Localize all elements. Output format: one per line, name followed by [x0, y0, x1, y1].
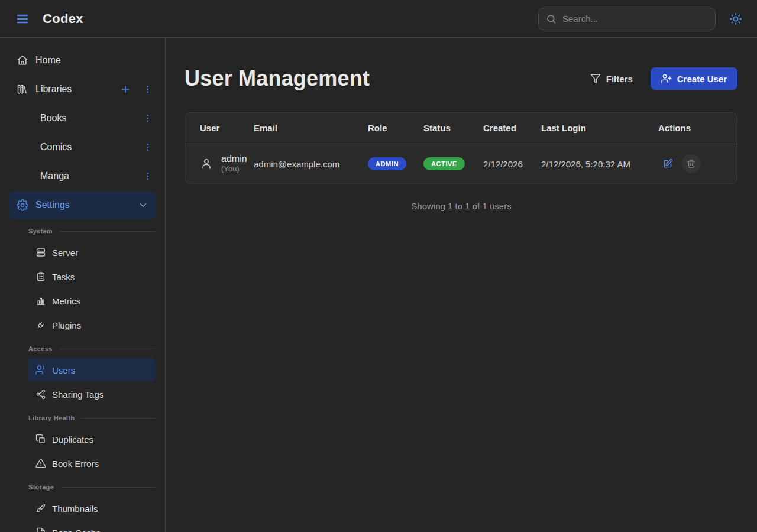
theme-toggle-button[interactable] [724, 7, 748, 31]
sidebar-item-server[interactable]: Server [28, 241, 156, 264]
sidebar-section-system: System Server Tasks Metrics Plugins [0, 226, 165, 337]
sidebar: Home Libraries Books Comics [0, 38, 166, 532]
section-label: Storage [28, 482, 156, 492]
add-library-button[interactable] [118, 82, 133, 97]
top-bar: Codex [0, 0, 757, 38]
sidebar-section-library-health: Library Health Duplicates Book Errors [0, 413, 165, 475]
sidebar-section-storage: Storage Thumbnails PDF Page Cache [0, 482, 165, 532]
sidebar-item-book-errors[interactable]: Book Errors [28, 452, 156, 475]
delete-user-button[interactable] [682, 154, 701, 173]
sidebar-item-label: Manga [40, 171, 133, 181]
last-login-date: 2/12/2026, 5:20:32 AM [541, 144, 658, 184]
create-user-label: Create User [677, 74, 727, 84]
app-title: Codex [43, 11, 83, 27]
table-row: admin (You) admin@example.com ADMIN ACTI… [185, 144, 737, 184]
sidebar-item-label: Comics [40, 142, 133, 153]
users-table-card: User Email Role Status Created Last Logi… [185, 112, 737, 184]
sidebar-section-access: Access Users Sharing Tags [0, 344, 165, 406]
sidebar-item-sharing-tags[interactable]: Sharing Tags [28, 382, 156, 406]
sidebar-item-label: Home [35, 55, 156, 66]
manga-menu-button[interactable] [140, 168, 156, 184]
brush-icon [35, 503, 46, 514]
table-header-row: User Email Role Status Created Last Logi… [185, 113, 737, 144]
sidebar-item-label: Server [52, 248, 78, 258]
users-table: User Email Role Status Created Last Logi… [185, 113, 737, 184]
column-header-email: Email [254, 113, 368, 144]
comics-menu-button[interactable] [140, 140, 156, 155]
sidebar-item-label: Page Cache [52, 528, 101, 532]
sidebar-item-metrics[interactable]: Metrics [28, 289, 156, 313]
pagination-status: Showing 1 to 1 of 1 users [166, 201, 757, 211]
sidebar-item-plugins[interactable]: Plugins [28, 313, 156, 337]
sidebar-item-label: Thumbnails [52, 504, 98, 514]
sidebar-item-label: Book Errors [52, 459, 99, 469]
sidebar-item-comics[interactable]: Comics [0, 133, 165, 161]
trash-icon [687, 159, 696, 168]
status-badge: ACTIVE [423, 157, 465, 170]
dots-vertical-icon [143, 85, 153, 94]
library-icon [17, 83, 28, 95]
books-menu-button[interactable] [140, 111, 156, 126]
dots-vertical-icon [143, 171, 153, 181]
user-avatar-icon [200, 157, 213, 170]
filters-label: Filters [606, 74, 633, 84]
plus-icon [120, 84, 131, 95]
sidebar-item-label: Metrics [52, 296, 80, 306]
created-date: 2/12/2026 [483, 144, 541, 184]
sidebar-item-label: Books [40, 113, 133, 124]
sidebar-item-label: Duplicates [52, 434, 93, 445]
sidebar-item-tasks[interactable]: Tasks [28, 265, 156, 288]
edit-pencil-icon [662, 158, 673, 169]
section-label: System [28, 226, 156, 236]
sidebar-item-label: Users [52, 365, 75, 375]
bar-chart-icon [35, 296, 46, 306]
home-icon [17, 54, 28, 66]
menu-button[interactable] [11, 7, 34, 31]
column-header-actions: Actions [658, 113, 737, 144]
sidebar-item-label: Plugins [52, 320, 81, 330]
users-icon [35, 365, 46, 375]
sidebar-item-label: Tasks [52, 272, 75, 282]
create-user-button[interactable]: Create User [651, 67, 737, 90]
sidebar-item-home[interactable]: Home [0, 46, 165, 74]
sidebar-item-label: Sharing Tags [52, 390, 103, 400]
copy-icon [35, 434, 46, 445]
search-input[interactable] [562, 14, 708, 24]
dots-vertical-icon [143, 113, 153, 123]
sidebar-item-manga[interactable]: Manga [0, 162, 165, 190]
file-pdf-icon: PDF [35, 527, 46, 532]
page-title: User Management [185, 66, 370, 91]
user-plus-icon [661, 73, 672, 84]
role-badge: ADMIN [368, 157, 406, 170]
chevron-down-icon [138, 200, 148, 210]
sidebar-item-books[interactable]: Books [0, 104, 165, 132]
share-icon [35, 389, 46, 400]
clipboard-icon [35, 271, 46, 282]
filters-button[interactable]: Filters [584, 69, 639, 89]
libraries-menu-button[interactable] [140, 82, 156, 97]
edit-user-button[interactable] [658, 154, 677, 173]
sidebar-item-settings[interactable]: Settings [9, 191, 156, 219]
dots-vertical-icon [143, 142, 153, 152]
column-header-user: User [185, 113, 254, 144]
warning-triangle-icon [35, 458, 46, 469]
sidebar-item-duplicates[interactable]: Duplicates [28, 427, 156, 451]
user-email: admin@example.com [254, 144, 368, 184]
sidebar-item-users[interactable]: Users [28, 358, 156, 382]
sidebar-item-libraries[interactable]: Libraries [0, 75, 165, 103]
funnel-icon [590, 73, 601, 84]
search-box[interactable] [538, 8, 716, 30]
search-icon [546, 14, 557, 24]
sidebar-item-label: Settings [35, 200, 131, 210]
sidebar-item-thumbnails[interactable]: Thumbnails [28, 497, 156, 520]
section-label: Library Health [28, 413, 156, 423]
sidebar-item-page-cache[interactable]: PDF Page Cache [28, 521, 156, 532]
column-header-status: Status [423, 113, 483, 144]
column-header-role: Role [368, 113, 423, 144]
column-header-created: Created [483, 113, 541, 144]
menu-icon [15, 12, 30, 26]
server-icon [35, 247, 46, 258]
user-cell: admin (You) [200, 153, 249, 174]
username: admin [221, 153, 247, 164]
sun-icon [729, 12, 742, 25]
